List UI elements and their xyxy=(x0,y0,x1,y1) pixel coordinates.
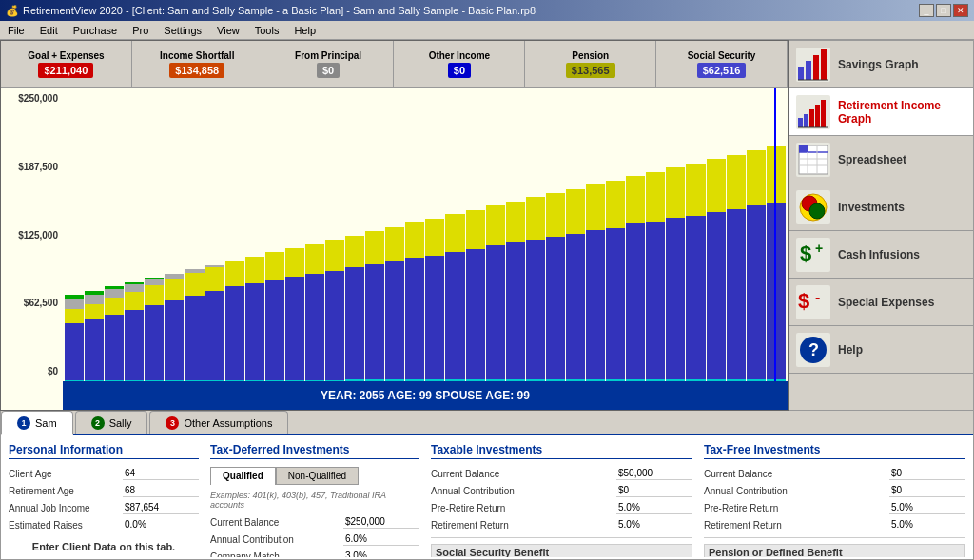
svg-rect-8 xyxy=(804,114,808,127)
tax-free-column: Tax-Free Investments Current Balance $0 … xyxy=(704,443,965,550)
bar-group-26 xyxy=(586,93,605,381)
cash-infusions-button[interactable]: $ + Cash Infusions xyxy=(789,231,973,279)
tf-contrib-label: Annual Contribution xyxy=(704,486,889,496)
bar-group-8 xyxy=(225,93,244,381)
savings-graph-icon xyxy=(796,48,830,82)
legend-other: Other Income $0 xyxy=(394,41,525,87)
legend-bar: Goal + Expenses $211,040 Income Shortfal… xyxy=(1,41,788,88)
menu-item-tools[interactable]: Tools xyxy=(251,24,283,37)
menu-item-edit[interactable]: Edit xyxy=(36,24,62,37)
x-axis: YEAR: 2055 AGE: 99 SPOUSE AGE: 99 xyxy=(63,381,788,410)
bar-group-12 xyxy=(305,93,324,381)
bar-group-17 xyxy=(405,93,424,381)
minimize-button[interactable]: _ xyxy=(919,4,934,17)
bar-group-2 xyxy=(105,93,124,381)
ti-retreturn-value: 5.0% xyxy=(616,518,692,531)
svg-point-24 xyxy=(809,203,825,219)
bar-group-15 xyxy=(365,93,384,381)
tf-balance-value: $0 xyxy=(889,467,965,480)
svg-text:$: $ xyxy=(798,289,809,313)
tax-free-title: Tax-Free Investments xyxy=(704,443,965,459)
tab-sam-label: Sam xyxy=(35,417,57,429)
menu-item-help[interactable]: Help xyxy=(290,24,320,37)
retirement-age-label: Retirement Age xyxy=(9,486,123,496)
menu-item-view[interactable]: View xyxy=(213,24,244,37)
tabs-row: 1 Sam 2 Sally 3 Other Assumptions xyxy=(1,411,973,435)
close-button[interactable]: ✕ xyxy=(953,4,968,17)
tab-sam[interactable]: 1 Sam xyxy=(1,411,73,435)
ti-contrib-value: $0 xyxy=(616,484,692,497)
tf-prereturn-value: 5.0% xyxy=(889,501,965,514)
svg-rect-20 xyxy=(799,145,808,152)
menu-item-pro[interactable]: Pro xyxy=(128,24,152,37)
tab-other-label: Other Assumptions xyxy=(184,417,272,429)
tab-sally[interactable]: 2 Sally xyxy=(75,411,148,434)
svg-rect-3 xyxy=(813,55,819,80)
qualified-tab[interactable]: Qualified xyxy=(210,467,276,485)
menu-item-settings[interactable]: Settings xyxy=(160,24,205,37)
td-contrib-label: Annual Contribution xyxy=(210,534,343,545)
ti-retreturn-label: Retirement Return xyxy=(431,520,616,531)
spreadsheet-icon xyxy=(796,143,830,177)
ti-retreturn-row: Retirement Return 5.0% xyxy=(431,518,692,531)
menu-item-file[interactable]: File xyxy=(4,24,29,37)
help-button[interactable]: ? Help xyxy=(789,326,973,374)
chart-canvas[interactable]: $250,000 $187,500 $125,000 $62,500 $0 YE… xyxy=(1,88,788,410)
non-qualified-tab[interactable]: Non-Qualified xyxy=(276,467,359,485)
tab-other[interactable]: 3 Other Assumptions xyxy=(149,411,288,434)
menu-item-purchase[interactable]: Purchase xyxy=(69,24,121,37)
bar-group-11 xyxy=(285,93,304,381)
income-label: Annual Job Income xyxy=(9,503,123,513)
ti-prereturn-value: 5.0% xyxy=(616,501,692,514)
td-balance-value: $250,000 xyxy=(343,515,419,529)
legend-social-security: Social Security $62,516 xyxy=(656,41,788,87)
savings-graph-button[interactable]: Savings Graph xyxy=(789,41,973,88)
tab-other-num: 3 xyxy=(166,416,179,430)
ss-section-header: Social Security Benefit xyxy=(431,544,692,557)
bar-group-18 xyxy=(425,93,444,381)
raises-label: Estimated Raises xyxy=(9,520,123,531)
tf-contrib-value: $0 xyxy=(889,484,965,497)
svg-rect-4 xyxy=(821,49,827,80)
legend-pension-value: $13,565 xyxy=(566,63,615,78)
bar-group-1 xyxy=(85,93,104,381)
legend-principal-label: From Principal xyxy=(295,50,361,61)
spreadsheet-label: Spreadsheet xyxy=(838,153,906,166)
bar-group-29 xyxy=(646,93,665,381)
legend-other-label: Other Income xyxy=(429,50,490,61)
legend-goal-value: $211,040 xyxy=(38,63,93,78)
legend-goal-expenses: Goal + Expenses $211,040 xyxy=(1,41,132,87)
bar-group-16 xyxy=(385,93,404,381)
bar-group-19 xyxy=(445,93,464,381)
window-title: RetirementView 2020 - [Client: Sam and S… xyxy=(23,5,536,16)
cash-infusions-label: Cash Infusions xyxy=(838,248,920,261)
tf-prereturn-label: Pre-Retire Return xyxy=(704,503,889,513)
svg-rect-1 xyxy=(798,67,804,80)
cash-infusions-icon: $ + xyxy=(796,238,830,272)
legend-goal-label: Goal + Expenses xyxy=(28,50,104,61)
tf-balance-row: Current Balance $0 xyxy=(704,467,965,480)
bar-group-34 xyxy=(747,93,766,381)
svg-text:-: - xyxy=(815,289,820,305)
taxable-column: Taxable Investments Current Balance $50,… xyxy=(431,443,692,550)
pension-section-header: Pension or Defined Benefit xyxy=(704,544,965,557)
special-expenses-button[interactable]: $ - Special Expenses xyxy=(789,279,973,326)
app-icon: 💰 xyxy=(6,5,19,17)
bars-container xyxy=(63,93,788,381)
maximize-button[interactable]: □ xyxy=(936,4,951,17)
bar-group-9 xyxy=(245,93,264,381)
bar-group-13 xyxy=(325,93,344,381)
legend-shortfall-value: $134,858 xyxy=(169,63,224,78)
investments-button[interactable]: Investments xyxy=(789,183,973,231)
data-section: Personal Information Client Age 64 Retir… xyxy=(1,435,973,557)
ti-balance-label: Current Balance xyxy=(431,469,616,479)
special-expenses-icon: $ - xyxy=(796,285,830,319)
retirement-income-button[interactable]: Retirement Income Graph xyxy=(789,88,973,136)
income-row: Annual Job Income $87,654 xyxy=(9,501,199,514)
y-label-187k: $187,500 xyxy=(6,162,58,172)
td-match-row: Company Match 3.0% xyxy=(210,550,419,557)
td-balance-label: Current Balance xyxy=(210,517,343,528)
svg-text:$: $ xyxy=(800,241,811,265)
td-contrib-value: 6.0% xyxy=(343,532,419,546)
spreadsheet-button[interactable]: Spreadsheet xyxy=(789,136,973,183)
